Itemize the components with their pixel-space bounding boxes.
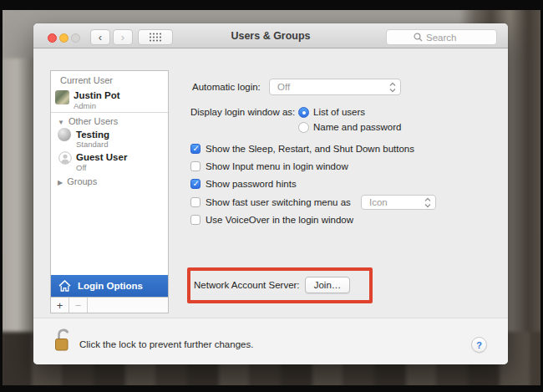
fast-user-switching-dropdown: Icon (361, 195, 436, 210)
checkbox-row-sleep-restart[interactable]: Show the Sleep, Restart, and Shut Down b… (190, 143, 414, 155)
disclosure-triangle-right-icon[interactable]: ▶ (58, 179, 63, 186)
user-list-sidebar: Current User Justin Pot Admin ▼Other Use… (50, 70, 169, 298)
lock-hint-text: Click the lock to prevent further change… (79, 339, 253, 349)
avatar (58, 128, 71, 141)
checkbox-unchecked-icon[interactable] (190, 215, 200, 225)
groups-header[interactable]: ▶Groups (58, 176, 97, 186)
radio-selected-icon[interactable] (298, 107, 309, 118)
other-users-header[interactable]: ▼Other Users (58, 116, 118, 126)
remove-user-button: − (69, 298, 88, 313)
divider (51, 112, 168, 113)
search-input[interactable] (426, 33, 469, 43)
sidebar-item-login-options[interactable]: Login Options (51, 275, 168, 297)
radio-name-and-password[interactable]: Name and password (298, 121, 401, 133)
checkbox-row-fast-user-switching[interactable]: Show fast user switching menu as (190, 196, 351, 208)
user-name: Guest User (76, 152, 127, 162)
checkbox-unchecked-icon[interactable] (190, 161, 200, 171)
guest-avatar-icon (58, 151, 72, 165)
help-button[interactable]: ? (471, 337, 487, 353)
user-name: Justin Pot (74, 90, 120, 100)
checkbox-row-password-hints[interactable]: Show password hints (190, 178, 297, 190)
titlebar[interactable]: ‹ › Users & Groups (33, 23, 508, 48)
user-role: Off (76, 163, 87, 172)
stepper-chevrons-icon (389, 82, 396, 93)
automatic-login-dropdown: Off (269, 79, 401, 95)
join-button[interactable]: Join… (305, 277, 350, 293)
login-options-label: Login Options (78, 281, 143, 291)
avatar (55, 90, 69, 104)
checkbox-row-voiceover[interactable]: Use VoiceOver in the login window (190, 214, 353, 226)
radio-list-of-users[interactable]: List of users (298, 106, 365, 118)
radio-unselected-icon[interactable] (298, 122, 309, 133)
automatic-login-label: Automatic login: (192, 82, 261, 92)
disclosure-triangle-down-icon[interactable]: ▼ (58, 119, 64, 126)
add-user-button[interactable]: + (51, 298, 69, 313)
stepper-chevrons-icon (424, 197, 431, 208)
unlocked-padlock-icon[interactable] (53, 328, 73, 354)
checkbox-checked-icon[interactable] (190, 144, 200, 154)
network-account-server-label: Network Account Server: (194, 280, 300, 290)
checkbox-row-input-menu[interactable]: Show Input menu in login window (190, 160, 348, 172)
search-icon (414, 33, 423, 42)
user-name: Testing (76, 130, 109, 140)
checkbox-unchecked-icon[interactable] (190, 197, 200, 207)
user-role: Standard (76, 140, 109, 149)
users-and-groups-window: ‹ › Users & Groups Current User Jus (33, 23, 508, 364)
search-field[interactable] (386, 29, 497, 45)
current-user-header: Current User (60, 75, 113, 85)
window-footer: Click the lock to prevent further change… (33, 318, 508, 364)
display-login-label: Display login window as: (190, 107, 295, 117)
checkbox-checked-icon[interactable] (190, 179, 200, 189)
home-icon (58, 280, 71, 292)
add-remove-bar: + − (50, 297, 169, 313)
user-role: Admin (74, 101, 96, 110)
